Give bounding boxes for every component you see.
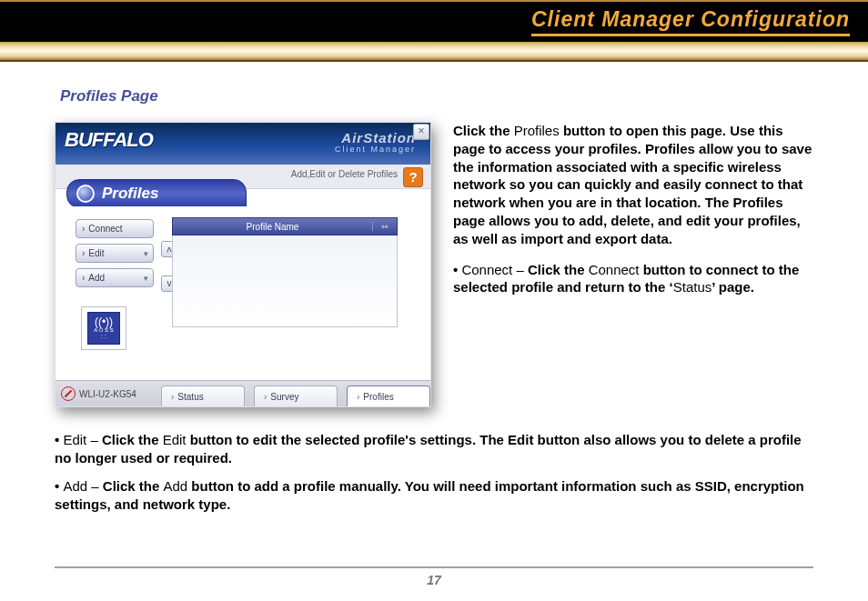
connect-button[interactable]: Connect [76,219,154,238]
desc-p1a: Click the [453,123,514,138]
close-icon[interactable]: × [413,124,429,140]
device-label: WLI-U2-KG54 [61,381,136,406]
section-subtitle: Profiles Page [60,87,813,105]
header-bar: Client Manager Configuration [0,0,868,42]
connect-bold3: ’ page. [712,279,754,295]
add-button[interactable]: Add [76,268,154,287]
desc-p1b: Profiles [514,123,560,138]
tab-survey[interactable]: Survey [254,386,338,406]
edit-thin: Edit – [63,432,102,447]
profiles-pill-label: Profiles [102,185,158,203]
header-band [0,42,868,62]
app-body: Connect Edit Add ʌ v Profile Name ⇿ [56,206,430,381]
no-connection-icon [61,386,76,401]
add-lead: • [55,478,63,494]
description-right: Click the Profiles button to open this p… [453,122,813,407]
aoss-button[interactable]: ((•)) A O S S : : [81,306,126,350]
connect-bold1: Click the [528,262,589,277]
profiles-header-pill: Profiles [66,179,247,208]
aoss-icon: ((•)) A O S S : : [87,312,120,345]
device-name: WLI-U2-KG54 [79,389,136,399]
header-title: Client Manager Configuration [531,7,850,36]
connect-lead: • [453,262,461,277]
add-thin2: Add [163,478,187,494]
page-number: 17 [427,573,441,587]
profiles-list-header-label: Profile Name [173,222,372,232]
subbar-label: Add,Edit or Delete Profiles [291,169,398,179]
brand-sub-line2: Client Manager [335,145,416,154]
edit-bold1: Click the [102,432,163,447]
profiles-list-header: Profile Name ⇿ [172,217,398,235]
connect-thin2: Connect [589,262,640,277]
add-bold1: Click the [103,478,164,494]
edit-thin2: Edit [163,432,187,447]
bottom-tab-row: WLI-U2-KG54 Status Survey Profiles [56,380,430,406]
desc-p1c: button to open this page. Use this page … [453,123,812,246]
page-body: Profiles Page BUFFALO AirStation Client … [0,62,868,513]
profiles-pill-icon [76,185,95,203]
tab-profiles[interactable]: Profiles [347,386,430,406]
footer: 17 [55,566,813,588]
edit-lead: • [55,432,63,447]
connect-thin: Connect – [461,262,528,277]
connect-thin3: Status [673,279,712,295]
app-screenshot: BUFFALO AirStation Client Manager × Add,… [55,122,431,407]
app-titlebar: BUFFALO AirStation Client Manager × [56,123,430,165]
footer-rule [55,566,813,568]
aoss-dots-icon: : : [88,333,119,339]
add-thin: Add – [63,478,102,494]
brand-sub-line1: AirStation [335,130,416,145]
tab-status[interactable]: Status [161,386,245,406]
profiles-list-body[interactable] [172,235,398,327]
edit-button[interactable]: Edit [76,244,154,263]
description-lower: • Edit – Click the Edit button to edit t… [55,431,813,513]
side-buttons: Connect Edit Add [76,219,154,287]
brand-logo: BUFFALO [65,128,153,152]
signal-column-icon: ⇿ [372,222,397,231]
brand-sub: AirStation Client Manager [335,130,416,154]
aoss-wave-icon: ((•)) [88,316,119,327]
profiles-list: Profile Name ⇿ [172,217,398,326]
help-icon[interactable]: ? [403,167,423,187]
